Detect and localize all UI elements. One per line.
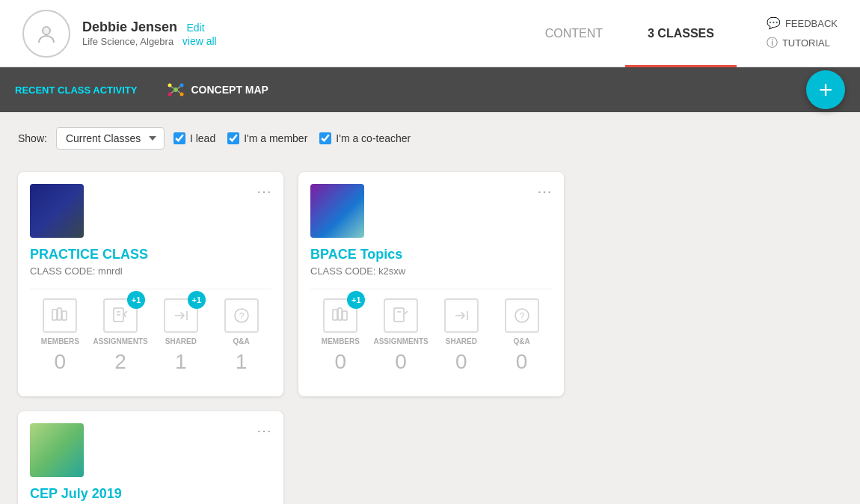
shared-icon-wrap: +1	[164, 298, 198, 333]
tutorial-button[interactable]: ⓘ TUTORIAL	[767, 36, 830, 50]
members-badge-b: +1	[347, 291, 365, 309]
stat-qa: ? Q&A 1	[211, 298, 271, 374]
class-card-bpace: ⋯ BPACE Topics CLASS CODE: k2sxw +1 MEMB…	[298, 172, 564, 396]
assignments-value-b: 0	[395, 350, 407, 374]
shared-icon-b	[444, 298, 479, 333]
assignments-label: ASSIGNMENTS	[93, 337, 147, 345]
card-thumb-practice	[30, 184, 84, 238]
assignments-label-b: ASSIGNMENTS	[373, 337, 428, 345]
i-lead-checkbox[interactable]	[173, 132, 185, 144]
svg-rect-21	[333, 310, 337, 320]
stat-shared-b: SHARED 0	[431, 298, 492, 374]
concept-map-button[interactable]: CONCEPT MAP	[167, 81, 268, 99]
filter-member[interactable]: I'm a member	[227, 132, 307, 144]
feedback-button[interactable]: 💬 FEEDBACK	[767, 16, 838, 30]
filter-checkboxes: I lead I'm a member I'm a co-teacher	[173, 132, 411, 144]
card-stats-bpace: +1 MEMBERS 0 ASSIGNMENTS 0	[310, 289, 552, 374]
stat-members-b: +1 MEMBERS 0	[310, 298, 371, 374]
edit-profile-link[interactable]: Edit	[187, 22, 205, 34]
svg-line-8	[178, 87, 180, 88]
svg-rect-11	[52, 310, 57, 320]
svg-rect-23	[343, 311, 347, 320]
qa-icon-wrap: ?	[224, 298, 259, 333]
avatar[interactable]	[22, 10, 70, 58]
members-icon	[43, 298, 77, 333]
svg-text:?: ?	[239, 311, 244, 322]
svg-line-18	[124, 314, 126, 317]
svg-line-17	[124, 311, 127, 314]
members-label-b: MEMBERS	[322, 337, 360, 345]
nav-content[interactable]: CONTENT	[523, 0, 625, 67]
card-menu-cep[interactable]: ⋯	[257, 422, 273, 440]
concept-map-icon	[167, 81, 185, 99]
card-stats-practice: MEMBERS 0 +1 ASSIGNMENTS 2	[30, 289, 271, 374]
svg-point-4	[180, 84, 184, 87]
class-filter-select[interactable]: Current Classes Past Classes All Classes	[56, 127, 165, 150]
shared-icon-wrap-b	[444, 298, 479, 333]
members-value-b: 0	[335, 350, 347, 374]
cards-container: ⋯ PRACTICE CLASS CLASS CODE: mnrdl MEMBE…	[0, 165, 860, 504]
main-nav: CONTENT 3 CLASSES	[523, 0, 737, 67]
shared-label-b: SHARED	[446, 337, 477, 345]
svg-rect-1	[43, 28, 49, 33]
svg-line-26	[405, 311, 408, 314]
members-label: MEMBERS	[41, 337, 79, 345]
members-icon-wrap	[43, 298, 77, 333]
stat-qa-b: ? Q&A 0	[491, 298, 552, 374]
user-subjects: Life Science, Algebra view all	[82, 35, 493, 47]
shared-value: 1	[175, 350, 187, 374]
stat-assignments-b: ASSIGNMENTS 0	[371, 298, 431, 374]
view-all-link[interactable]: view all	[182, 35, 217, 47]
card-thumb-cep	[30, 423, 84, 477]
member-checkbox[interactable]	[227, 132, 239, 144]
filter-bar: Show: Current Classes Past Classes All C…	[0, 112, 860, 165]
nav-classes[interactable]: 3 CLASSES	[625, 0, 737, 67]
card-thumb-bpace	[310, 184, 364, 238]
qa-label-b: Q&A	[514, 337, 530, 345]
co-teacher-checkbox[interactable]	[319, 132, 331, 144]
svg-point-2	[173, 87, 178, 92]
header-actions: 💬 FEEDBACK ⓘ TUTORIAL	[767, 16, 838, 50]
add-class-button[interactable]: +	[806, 70, 845, 109]
shared-badge: +1	[188, 291, 206, 309]
class-card-cep: ⋯ CEP July 2019 CLASS CODE: aibz1 +10 ME…	[18, 411, 283, 504]
stat-shared: +1 SHARED 1	[151, 298, 212, 374]
card-menu-bpace[interactable]: ⋯	[537, 182, 553, 200]
qa-value: 1	[236, 350, 248, 374]
svg-line-7	[171, 87, 173, 88]
card-code-practice: CLASS CODE: mnrdl	[30, 265, 271, 277]
assignments-icon-wrap-b	[384, 298, 418, 333]
svg-rect-22	[338, 308, 342, 320]
svg-rect-24	[394, 308, 404, 322]
card-menu-practice[interactable]: ⋯	[257, 182, 273, 200]
qa-label: Q&A	[233, 337, 250, 345]
recent-activity-button[interactable]: RECENT CLASS ACTIVITY	[15, 84, 137, 96]
user-info: Debbie Jensen Edit Life Science, Algebra…	[82, 19, 493, 47]
subheader: RECENT CLASS ACTIVITY CONCEPT MAP +	[0, 67, 860, 112]
svg-rect-13	[62, 311, 67, 320]
filter-co-teacher[interactable]: I'm a co-teacher	[319, 132, 411, 144]
svg-line-10	[178, 91, 180, 93]
user-name: Debbie Jensen	[82, 19, 177, 34]
svg-point-5	[168, 93, 172, 96]
qa-icon: ?	[224, 298, 259, 333]
card-title-bpace[interactable]: BPACE Topics	[310, 247, 552, 262]
show-label: Show:	[18, 132, 47, 144]
qa-value-b: 0	[516, 350, 528, 374]
assignments-icon-b	[384, 298, 418, 333]
filter-i-lead[interactable]: I lead	[173, 132, 215, 144]
members-icon-wrap-b: +1	[323, 298, 357, 333]
card-title-practice[interactable]: PRACTICE CLASS	[30, 247, 271, 262]
feedback-icon: 💬	[767, 16, 781, 30]
stat-members: MEMBERS 0	[30, 298, 90, 374]
assignments-badge: +1	[127, 291, 145, 309]
header: Debbie Jensen Edit Life Science, Algebra…	[0, 0, 860, 67]
card-title-cep[interactable]: CEP July 2019	[30, 486, 271, 502]
card-code-bpace: CLASS CODE: k2sxw	[310, 265, 552, 277]
assignments-icon-wrap: +1	[103, 298, 138, 333]
svg-text:?: ?	[519, 311, 524, 322]
stat-assignments: +1 ASSIGNMENTS 2	[90, 298, 151, 374]
assignments-value: 2	[114, 350, 126, 374]
qa-icon-b: ?	[505, 298, 539, 333]
info-icon: ⓘ	[767, 36, 778, 50]
